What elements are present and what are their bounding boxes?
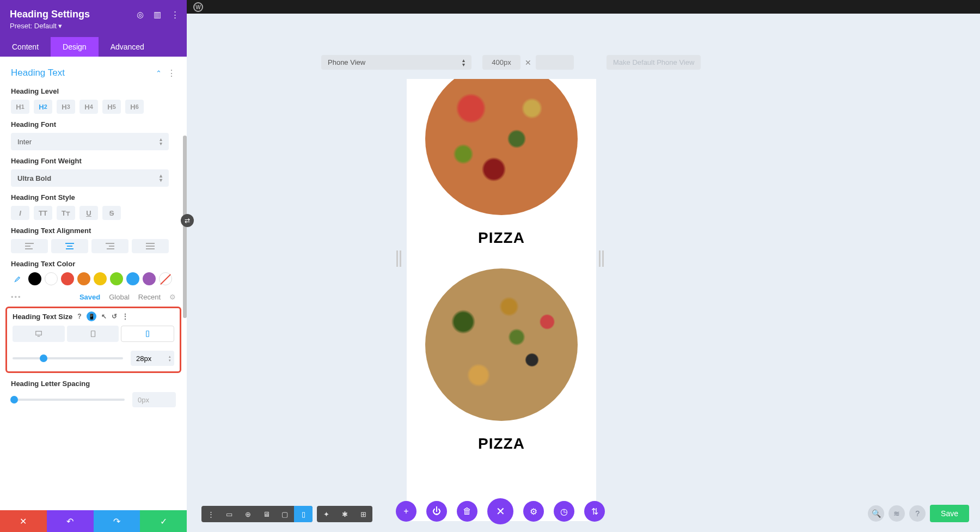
tb-wireframe-icon[interactable]: ▭ <box>220 506 238 522</box>
color-blue[interactable] <box>126 272 139 285</box>
label-heading-font: Heading Font <box>11 120 176 129</box>
reset-icon[interactable]: ↺ <box>112 313 117 320</box>
label-text-color: Heading Text Color <box>11 260 176 268</box>
color-green[interactable] <box>110 272 123 285</box>
sort-button[interactable]: ⇅ <box>584 501 605 522</box>
delete-button[interactable]: 🗑 <box>457 501 477 522</box>
redo-button[interactable]: ↷ <box>94 510 140 532</box>
tb-zoom-icon[interactable]: ⊕ <box>238 506 257 522</box>
sidebar-footer: ✕ ↶ ↷ ✓ <box>0 510 187 532</box>
text-size-section: Heading Text Size ? 📱 ↖ ↺ ⋮ <box>5 307 181 373</box>
device-phone[interactable] <box>121 326 174 342</box>
search-icon[interactable]: 🔍 <box>868 505 884 522</box>
color-orange[interactable] <box>77 272 90 285</box>
h4-button[interactable]: H4 <box>79 100 98 114</box>
settings-panel: Heading Text ⌃ ⋮ Heading Level H1 H2 H3 … <box>0 57 187 510</box>
settings-button[interactable]: ⚙ <box>523 501 544 522</box>
color-white[interactable] <box>45 272 58 285</box>
tb-tablet-icon[interactable]: ▢ <box>275 506 294 522</box>
align-right-button[interactable] <box>91 239 128 253</box>
letter-spacing-slider[interactable] <box>11 399 125 401</box>
tab-design[interactable]: Design <box>51 37 99 57</box>
close-action-button[interactable]: ✕ <box>487 498 513 524</box>
preset-selector[interactable]: Preset: Default▾ <box>10 22 62 30</box>
letter-spacing-input[interactable]: 0px <box>132 392 176 407</box>
italic-button[interactable]: I <box>11 206 29 220</box>
view-select[interactable]: Phone View▴▾ <box>321 55 471 70</box>
save-button[interactable]: Save <box>930 505 969 522</box>
text-size-slider[interactable] <box>13 357 123 359</box>
eyedropper-icon[interactable] <box>11 273 23 285</box>
target-icon[interactable]: ◎ <box>137 10 144 20</box>
underline-button[interactable]: U <box>79 206 98 220</box>
tb-desktop-icon[interactable]: 🖥 <box>257 506 275 522</box>
h2-button[interactable]: H2 <box>34 100 52 114</box>
color-purple[interactable] <box>143 272 156 285</box>
tb-magic-icon[interactable]: ✦ <box>317 506 335 522</box>
color-tab-global[interactable]: Global <box>109 293 130 301</box>
h6-button[interactable]: H6 <box>125 100 144 114</box>
pizza-heading-1[interactable]: PIZZA <box>407 229 596 247</box>
section-more-icon[interactable]: ⋮ <box>167 68 176 78</box>
help-bottom-icon[interactable]: ? <box>909 505 926 522</box>
power-button[interactable]: ⏻ <box>426 501 447 522</box>
color-red[interactable] <box>61 272 74 285</box>
undo-button[interactable]: ↶ <box>47 510 94 532</box>
more-colors-icon[interactable]: ••• <box>11 293 71 301</box>
tab-content[interactable]: Content <box>0 37 51 57</box>
font-weight-select[interactable]: Ultra Bold▴▾ <box>11 169 169 187</box>
responsive-icon[interactable]: 📱 <box>87 311 96 321</box>
add-button[interactable]: + <box>396 501 416 522</box>
help-icon[interactable]: ? <box>77 313 81 320</box>
tb-phone-icon[interactable]: ▯ <box>294 506 313 522</box>
hover-icon[interactable]: ↖ <box>101 313 107 320</box>
settings-tabs: Content Design Advanced <box>0 37 187 57</box>
text-size-input[interactable]: 28px ▴▾ <box>131 351 174 366</box>
align-left-button[interactable] <box>11 239 48 253</box>
collapse-sidebar-button[interactable]: ⇄ <box>181 214 194 227</box>
resize-handle-right[interactable] <box>599 250 604 267</box>
tb-effects-icon[interactable]: ✱ <box>335 506 354 522</box>
resize-handle-left[interactable] <box>396 250 401 267</box>
collapse-icon[interactable]: ⌃ <box>156 69 162 77</box>
close-button[interactable]: ✕ <box>0 510 47 532</box>
svg-rect-2 <box>91 331 95 337</box>
bottom-toolbar: ⋮ ▭ ⊕ 🖥 ▢ ▯ ✦ ✱ ⊞ <box>201 506 372 522</box>
make-default-button[interactable]: Make Default Phone View <box>607 55 701 70</box>
tab-advanced[interactable]: Advanced <box>99 37 156 57</box>
color-yellow[interactable] <box>94 272 107 285</box>
h1-button[interactable]: H1 <box>11 100 29 114</box>
color-black[interactable] <box>28 272 41 285</box>
font-select[interactable]: Inter▴▾ <box>11 133 169 150</box>
columns-icon[interactable]: ▥ <box>154 10 161 20</box>
uppercase-button[interactable]: TT <box>34 206 52 220</box>
more-icon[interactable]: ⋮ <box>171 10 179 20</box>
align-justify-button[interactable] <box>132 239 169 253</box>
bottom-right-controls: 🔍 ≋ ? Save <box>868 505 969 522</box>
phone-preview: PIZZA PIZZA <box>407 79 596 521</box>
device-desktop[interactable] <box>13 326 65 342</box>
history-button[interactable]: ◷ <box>554 501 574 522</box>
confirm-button[interactable]: ✓ <box>140 510 187 532</box>
color-settings-icon[interactable]: ⚙ <box>169 293 176 301</box>
titlecase-button[interactable]: Tᴛ <box>57 206 75 220</box>
height-input[interactable] <box>536 55 574 70</box>
h5-button[interactable]: H5 <box>102 100 121 114</box>
pizza-heading-2[interactable]: PIZZA <box>407 435 596 452</box>
tb-more-icon[interactable]: ⋮ <box>201 506 220 522</box>
pizza-image-2 <box>425 268 578 421</box>
device-tablet[interactable] <box>67 326 119 342</box>
align-center-button[interactable] <box>51 239 88 253</box>
layers-icon[interactable]: ≋ <box>889 505 905 522</box>
tb-grid-icon[interactable]: ⊞ <box>354 506 372 522</box>
wordpress-logo-icon[interactable] <box>193 2 203 12</box>
color-tab-saved[interactable]: Saved <box>79 293 100 301</box>
section-heading-text[interactable]: Heading Text ⌃ ⋮ <box>0 64 187 83</box>
size-more-icon[interactable]: ⋮ <box>122 313 128 320</box>
h3-button[interactable]: H3 <box>57 100 75 114</box>
svg-rect-0 <box>36 331 42 335</box>
color-tab-recent[interactable]: Recent <box>138 293 161 301</box>
color-none[interactable] <box>159 272 172 285</box>
width-input[interactable]: 400px <box>482 55 520 70</box>
strikethrough-button[interactable]: S <box>102 206 121 220</box>
